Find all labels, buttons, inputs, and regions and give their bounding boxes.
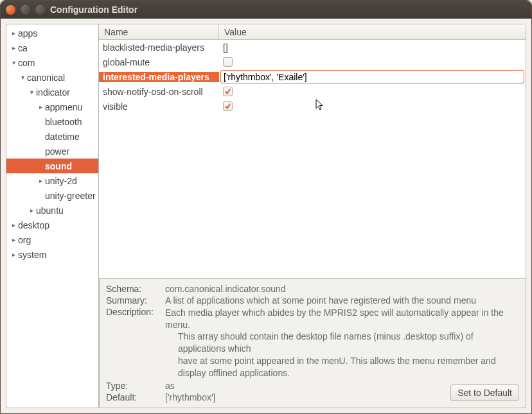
checkbox[interactable]: [223, 57, 233, 67]
expander-right-icon[interactable]: ▸: [9, 30, 18, 37]
tree-item-power[interactable]: power: [6, 144, 98, 159]
window-maximize-button[interactable]: [35, 5, 45, 15]
key-name: visible: [99, 101, 219, 112]
checkbox[interactable]: [223, 101, 233, 111]
tree-item-label: org: [18, 235, 31, 245]
tree-item-ca[interactable]: ▸ca: [6, 40, 98, 55]
key-name: blacklisted-media-players: [99, 42, 219, 53]
schema-tree[interactable]: ▸apps▸ca▾com▾canonical▾indicator▸appmenu…: [6, 24, 98, 263]
default-label: Default:: [106, 392, 163, 402]
key-name: interested-media-players: [99, 72, 219, 82]
tree-item-bluetooth[interactable]: bluetooth: [6, 114, 98, 129]
expander-right-icon[interactable]: ▸: [27, 207, 36, 214]
description-line: have at some point appeared in the menU.…: [178, 355, 519, 379]
tree-item-label: com: [18, 58, 35, 68]
expander-right-icon[interactable]: ▸: [9, 251, 18, 258]
description-line: Each media player which abides by the MP…: [165, 307, 504, 330]
table-row[interactable]: global-mute: [99, 55, 526, 69]
client-area: ▸apps▸ca▾com▾canonical▾indicator▸appmenu…: [1, 19, 531, 413]
expander-right-icon[interactable]: ▸: [36, 177, 45, 184]
summary-label: Summary:: [106, 295, 163, 306]
window-title: Configuration Editor: [50, 4, 137, 15]
expander-down-icon[interactable]: ▾: [18, 74, 27, 81]
tree-item-label: appmenu: [45, 102, 82, 112]
summary-value: A list of applications which at some poi…: [165, 295, 519, 306]
key-value-cell[interactable]: [219, 87, 526, 96]
tree-item-label: unity-2d: [45, 176, 77, 186]
table-row[interactable]: show-notify-osd-on-scroll: [99, 84, 526, 99]
type-label: Type:: [106, 381, 163, 391]
expander-right-icon[interactable]: ▸: [36, 103, 45, 110]
tree-item-label: apps: [18, 28, 37, 39]
description-label: Description:: [106, 307, 163, 379]
tree-item-unity-greeter[interactable]: unity-greeter: [6, 188, 98, 203]
key-value-table: Name Value blacklisted-media-players[]gl…: [99, 24, 526, 279]
schema-label: Schema:: [106, 284, 163, 294]
key-name: show-notify-osd-on-scroll: [99, 87, 219, 97]
tree-item-org[interactable]: ▸org: [6, 232, 98, 247]
window-minimize-button[interactable]: [21, 5, 30, 15]
tree-item-label: ca: [18, 43, 28, 53]
right-pane: Name Value blacklisted-media-players[]gl…: [99, 24, 526, 408]
tree-item-apps[interactable]: ▸apps: [6, 26, 98, 40]
tree-item-label: canonical: [27, 73, 65, 83]
schema-value: com.canonical.indicator.sound: [165, 284, 519, 294]
table-row[interactable]: blacklisted-media-players[]: [99, 40, 526, 55]
description-value: Each media player which abides by the MP…: [165, 307, 519, 379]
value-text: []: [223, 42, 228, 53]
tree-item-indicator[interactable]: ▾indicator: [6, 85, 98, 99]
titlebar: Configuration Editor: [1, 1, 531, 19]
key-value-cell[interactable]: [219, 69, 526, 85]
tree-item-label: desktop: [18, 220, 49, 230]
col-header-name[interactable]: Name: [99, 24, 219, 39]
tree-item-system[interactable]: ▸system: [6, 247, 98, 262]
col-header-value[interactable]: Value: [219, 24, 526, 39]
key-name: global-mute: [99, 57, 219, 67]
tree-item-sound[interactable]: sound: [6, 159, 98, 173]
tree-item-com[interactable]: ▾com: [6, 55, 98, 70]
table-header: Name Value: [99, 24, 526, 40]
tree-item-label: system: [18, 250, 46, 260]
tree-pane: ▸apps▸ca▾com▾canonical▾indicator▸appmenu…: [6, 24, 99, 408]
tree-item-appmenu[interactable]: ▸appmenu: [6, 99, 98, 114]
key-value-cell[interactable]: [219, 101, 526, 111]
tree-item-label: ubuntu: [36, 205, 64, 216]
tree-item-label: indicator: [36, 87, 70, 98]
expander-down-icon[interactable]: ▾: [9, 59, 18, 66]
tree-item-desktop[interactable]: ▸desktop: [6, 218, 98, 232]
checkbox[interactable]: [223, 87, 233, 96]
tree-item-label: unity-greeter: [45, 191, 96, 201]
tree-item-label: bluetooth: [45, 117, 82, 127]
value-edit-input[interactable]: [220, 70, 524, 83]
expander-right-icon[interactable]: ▸: [9, 221, 18, 229]
table-row[interactable]: interested-media-players: [99, 69, 526, 84]
table-body: blacklisted-media-players[]global-mutein…: [99, 40, 526, 278]
table-row[interactable]: visible: [99, 99, 526, 114]
details-panel: Schema: com.canonical.indicator.sound Su…: [99, 279, 526, 408]
window-close-button[interactable]: [6, 5, 15, 15]
expander-down-icon[interactable]: ▾: [27, 89, 36, 96]
tree-item-unity-2d[interactable]: ▸unity-2d: [6, 173, 98, 188]
description-line: This array should contain the desktop fi…: [178, 331, 519, 355]
tree-item-ubuntu[interactable]: ▸ubuntu: [6, 203, 98, 218]
tree-item-datetime[interactable]: datetime: [6, 129, 98, 144]
tree-item-label: sound: [45, 161, 72, 171]
key-value-cell[interactable]: []: [219, 42, 526, 53]
tree-item-label: datetime: [45, 132, 80, 142]
expander-right-icon[interactable]: ▸: [9, 236, 18, 243]
set-to-default-button[interactable]: Set to Default: [450, 384, 519, 401]
key-value-cell[interactable]: [219, 57, 526, 67]
expander-right-icon[interactable]: ▸: [9, 44, 18, 51]
tree-item-canonical[interactable]: ▾canonical: [6, 70, 98, 85]
tree-item-label: power: [45, 146, 69, 157]
